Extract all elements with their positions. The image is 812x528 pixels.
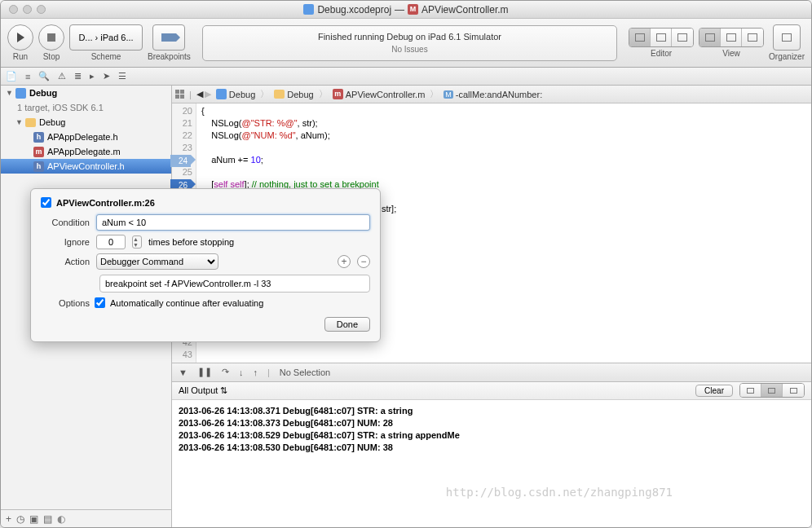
file-name: APAppDelegate.h — [47, 132, 118, 142]
condition-label: Condition — [41, 218, 90, 227]
nav-debug-icon[interactable]: ▸ — [90, 71, 95, 81]
collapse-icon[interactable]: ▣ — [29, 513, 38, 525]
project-icon — [303, 4, 314, 15]
related-items-icon[interactable] — [175, 90, 184, 99]
xcode-window: Debug.xcodeproj — M APViewController.m R… — [0, 0, 812, 528]
clear-button[interactable]: Clear — [695, 385, 733, 397]
editor-mode-segment[interactable] — [629, 28, 694, 47]
jump-bar[interactable]: | ◀ ▶ Debug 〉 Debug 〉 mAPViewController.… — [172, 86, 811, 103]
add-action-button[interactable]: + — [338, 255, 351, 268]
scheme-label: Scheme — [91, 52, 121, 61]
editor-standard[interactable] — [629, 29, 651, 46]
jump-group[interactable]: Debug — [271, 90, 316, 99]
file-name: APAppDelegate.m — [47, 147, 121, 156]
breakpoints-label: Breakpoints — [148, 52, 191, 61]
view-debug[interactable] — [721, 29, 742, 46]
organizer-label: Organizer — [769, 52, 805, 61]
jump-group-text: Debug — [287, 90, 313, 99]
jump-file[interactable]: mAPViewController.m — [329, 89, 429, 99]
step-out-icon[interactable]: ↑ — [253, 367, 258, 377]
condition-input[interactable] — [96, 214, 370, 231]
organizer-button[interactable] — [773, 24, 801, 51]
scheme-selector[interactable]: D... › iPad 6... — [69, 24, 143, 51]
nav-search-icon[interactable]: 🔍 — [38, 71, 50, 81]
breakpoints-button[interactable] — [152, 24, 185, 51]
console-layout-segment[interactable] — [739, 383, 805, 398]
activity-line1: Finished running Debug on iPad 6.1 Simul… — [318, 32, 501, 42]
view-navigator[interactable] — [699, 29, 721, 46]
output-filter-text: All Output — [179, 385, 218, 395]
standard-icon — [635, 33, 645, 42]
no-selection: No Selection — [280, 367, 330, 377]
method-icon: M — [444, 90, 453, 99]
ignore-stepper[interactable]: ▲▼ — [132, 235, 142, 249]
editor-version[interactable] — [672, 29, 693, 46]
jump-project[interactable]: Debug — [213, 89, 258, 99]
nav-project-icon[interactable]: 📄 — [6, 71, 17, 81]
title-sep: — — [395, 4, 404, 15]
project-icon — [216, 89, 227, 99]
forward-icon[interactable]: ▶ — [205, 89, 211, 99]
file-row[interactable]: h APAppDelegate.h — [1, 130, 171, 144]
console-line: 2013-06-26 14:13:08.530 Debug[6481:c07] … — [179, 442, 805, 454]
stop-button[interactable] — [38, 24, 64, 51]
clock-icon[interactable]: ◷ — [16, 513, 24, 525]
console-line: 2013-06-26 14:13:08.373 Debug[6481:c07] … — [179, 417, 805, 429]
vars-only-icon[interactable] — [740, 384, 761, 397]
action-command-input[interactable] — [99, 275, 370, 293]
step-in-icon[interactable]: ↓ — [239, 367, 244, 377]
activity-line2: No Issues — [391, 45, 427, 54]
console-output[interactable]: 2013-06-26 14:13:08.371 Debug[6481:c07] … — [172, 400, 811, 528]
ignore-label: Ignore — [41, 237, 90, 247]
organizer-icon — [782, 33, 792, 42]
view-segment[interactable] — [699, 28, 764, 47]
remove-action-button[interactable]: − — [357, 255, 370, 268]
step-over-icon[interactable]: ↷ — [222, 367, 229, 377]
titlebar: Debug.xcodeproj — M APViewController.m — [1, 1, 811, 19]
breakpoint-marker[interactable]: 24 — [170, 155, 191, 167]
folder-icon — [25, 118, 36, 127]
auto-continue-checkbox[interactable] — [95, 297, 105, 308]
popover-title: APViewController.m:26 — [56, 198, 155, 208]
disclosure-icon[interactable]: ▼ — [15, 118, 22, 126]
nav-test-icon[interactable]: ≣ — [74, 71, 82, 81]
jump-symbol-text: -callMe:andANumber: — [456, 90, 542, 99]
file-row-selected[interactable]: h APViewController.h — [1, 159, 171, 174]
run-button[interactable] — [7, 24, 33, 51]
ignore-input[interactable] — [96, 235, 126, 249]
sidebar-footer: + ◷ ▣ ▤ ◐ — [1, 509, 171, 527]
hide-debug-icon[interactable]: ▼ — [179, 367, 188, 377]
console-only-icon[interactable] — [783, 384, 804, 397]
nav-log-icon[interactable]: ☰ — [118, 71, 126, 81]
action-label: Action — [41, 257, 90, 266]
auto-continue-label: Automatically continue after evaluating — [110, 298, 263, 308]
nav-symbol-icon[interactable]: ≡ — [25, 72, 30, 81]
disclosure-icon[interactable]: ▼ — [6, 89, 12, 97]
nav-breakpoint-icon[interactable]: ➤ — [103, 71, 110, 81]
breakpoint-popover: APViewController.m:26 Condition Ignore ▲… — [30, 188, 381, 342]
add-icon[interactable]: + — [6, 513, 11, 525]
group-name: Debug — [39, 117, 65, 127]
filter-icon[interactable]: ▤ — [43, 513, 52, 525]
project-icon — [15, 88, 26, 99]
jump-symbol[interactable]: M-callMe:andANumber: — [440, 90, 545, 99]
view-utilities[interactable] — [742, 29, 763, 46]
both-panes-icon[interactable] — [761, 384, 783, 397]
window-title: Debug.xcodeproj — M APViewController.m — [1, 4, 811, 15]
back-icon[interactable]: ◀ — [196, 89, 203, 99]
file-icon-h: h — [33, 161, 44, 172]
line-43: 43 — [172, 349, 192, 361]
console-line: 2013-06-26 14:13:08.529 Debug[6481:c07] … — [179, 429, 805, 442]
pause-icon[interactable]: ❚❚ — [197, 367, 212, 377]
done-button[interactable]: Done — [324, 317, 370, 332]
nav-issue-icon[interactable]: ⚠ — [58, 71, 66, 81]
scm-icon[interactable]: ◐ — [57, 513, 65, 525]
group-row[interactable]: ▼ Debug — [1, 115, 171, 130]
action-select[interactable]: Debugger Command — [96, 253, 218, 270]
output-filter[interactable]: All Output ⇅ — [179, 385, 227, 396]
project-root[interactable]: ▼ Debug — [1, 86, 171, 100]
editor-assistant[interactable] — [651, 29, 672, 46]
breakpoint-enabled-checkbox[interactable] — [41, 197, 51, 208]
file-icon-m: M — [408, 4, 418, 15]
file-row[interactable]: m APAppDelegate.m — [1, 144, 171, 159]
